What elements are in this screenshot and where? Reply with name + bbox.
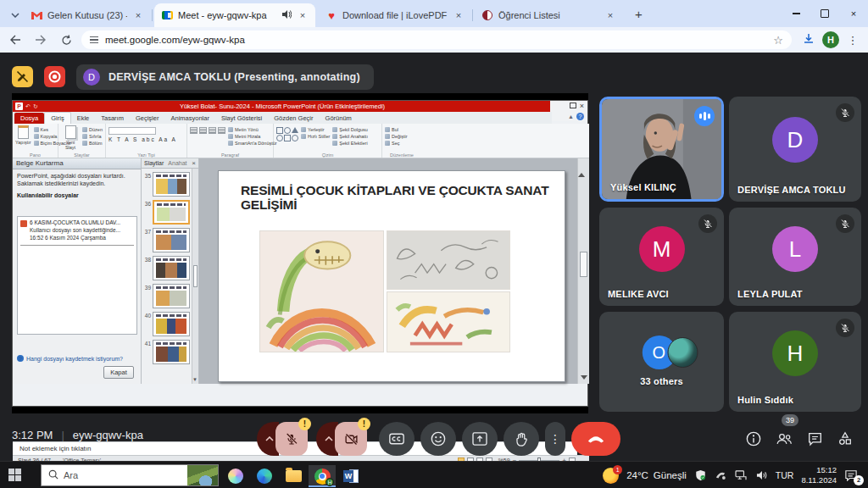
align-text-button[interactable]: Metni Hizala: [228, 134, 277, 139]
present-button[interactable]: [462, 422, 498, 456]
reload-icon[interactable]: [56, 30, 76, 50]
help-icon[interactable]: ?: [576, 113, 584, 120]
shapes-gallery[interactable]: [276, 125, 298, 150]
ribbon-tab-ekle[interactable]: Ekle: [71, 113, 96, 124]
shape-outline-button[interactable]: Şekil Anahattı: [332, 134, 368, 139]
url-bar[interactable]: meet.google.com/eyw-gqwv-kpa ☆: [81, 30, 792, 49]
volume-icon[interactable]: [755, 469, 768, 482]
bookmark-star-icon[interactable]: ☆: [773, 34, 783, 47]
taskbar-explorer-icon[interactable]: [280, 465, 307, 487]
security-shield-icon[interactable]: [694, 469, 707, 482]
window-close-button[interactable]: ×: [839, 0, 868, 27]
new-tab-button[interactable]: +: [631, 6, 647, 22]
slide-thumbnail[interactable]: 37: [142, 228, 192, 252]
tab-slaytlar[interactable]: Slaytlar: [144, 160, 164, 166]
editor-scrollbar[interactable]: [577, 158, 589, 384]
back-icon[interactable]: [5, 30, 25, 50]
more-options-button[interactable]: ⋮: [545, 422, 565, 456]
tab-anahat[interactable]: Anahat: [168, 160, 186, 166]
activities-icon[interactable]: [834, 428, 856, 450]
weather-icon[interactable]: 1: [603, 468, 619, 484]
browser-tab-ogrenci[interactable]: Öğrenci Listesi ×: [475, 3, 623, 27]
search-highlight-image[interactable]: [187, 465, 218, 485]
tab-search-icon[interactable]: [7, 6, 23, 22]
bullets-icon[interactable]: [190, 127, 198, 134]
recovery-help-link[interactable]: ? Hangi dosyayı kaydetmek istiyorum?: [17, 355, 123, 362]
raise-hand-button[interactable]: [504, 422, 539, 456]
taskbar-edge-icon[interactable]: [251, 465, 278, 487]
captions-button[interactable]: [379, 422, 415, 456]
meeting-details-icon[interactable]: [743, 428, 765, 450]
chat-icon[interactable]: [804, 428, 826, 450]
slide-thumbnail[interactable]: 35: [142, 172, 192, 197]
slides-panel-scrollbar[interactable]: ▼: [192, 169, 198, 384]
ribbon-tab-gozden-gecir[interactable]: Gözden Geçir: [268, 113, 319, 124]
arrange-button[interactable]: Yerleştir: [301, 127, 330, 132]
replace-button[interactable]: Değiştir: [385, 134, 408, 139]
shape-effects-button[interactable]: Şekil Efektleri: [332, 141, 368, 146]
participant-tile[interactable]: D DERVİŞE AMCA TOKLU: [729, 97, 861, 202]
ribbon-tab-giris[interactable]: Giriş: [44, 112, 70, 124]
participant-tile-video[interactable]: Yüksel KILINÇ: [599, 97, 724, 202]
paste-button[interactable]: Yapıştır: [15, 125, 31, 150]
participant-tile-others[interactable]: O 33 others: [599, 312, 724, 412]
section-button[interactable]: Bölüm: [82, 141, 103, 146]
ribbon-tab-tasarim[interactable]: Tasarım: [95, 113, 130, 124]
font-select[interactable]: [108, 127, 156, 135]
ribbon-tab-animasyonlar[interactable]: Animasyonlar: [164, 113, 214, 124]
taskbar-chrome-icon[interactable]: H: [309, 465, 336, 487]
indent-icon[interactable]: [209, 127, 216, 134]
align-icon[interactable]: [218, 127, 225, 134]
ribbon-tab-dosya[interactable]: Dosya: [14, 113, 44, 124]
ribbon-tab-gecisler[interactable]: Geçişler: [130, 113, 165, 124]
numbering-icon[interactable]: [199, 127, 207, 134]
browser-tab-ilovepdf[interactable]: ♥ Download file | iLovePDF ×: [319, 3, 471, 27]
taskbar-copilot-icon[interactable]: [222, 465, 249, 487]
taskbar-word-icon[interactable]: W: [337, 465, 364, 487]
current-slide[interactable]: RESİMLİ ÇOCUK KİTAPLARI VE ÇOCUKTA SANAT…: [218, 170, 565, 382]
weather-text[interactable]: 24°C Güneşli: [626, 470, 687, 480]
taskbar-clock[interactable]: 15:12 8.11.2024: [801, 465, 837, 485]
select-button[interactable]: Seç: [385, 141, 408, 146]
slide-thumbnail[interactable]: 38: [142, 256, 192, 280]
reset-button[interactable]: Sıfırla: [82, 134, 103, 139]
tab-close-icon[interactable]: ×: [132, 9, 144, 21]
browser-menu-icon[interactable]: ⋮: [844, 34, 861, 47]
slide-thumbnail[interactable]: 41: [142, 340, 192, 364]
site-settings-icon[interactable]: [90, 36, 98, 43]
slide-thumbnail[interactable]: 39: [142, 284, 192, 308]
tab-audio-icon[interactable]: [282, 10, 292, 20]
start-button[interactable]: [8, 469, 22, 482]
annotation-off-button[interactable]: [12, 66, 33, 87]
slide-thumbnail-selected[interactable]: 36: [142, 200, 192, 225]
forward-icon[interactable]: [31, 30, 51, 50]
notification-center-icon[interactable]: 2: [844, 469, 860, 482]
browser-tab-meet[interactable]: Meet - eyw-gqwv-kpa ×: [154, 3, 315, 27]
tab-close-icon[interactable]: ×: [604, 9, 616, 21]
browser-profile-avatar[interactable]: H: [822, 31, 839, 48]
reactions-button[interactable]: [420, 422, 456, 456]
recording-indicator[interactable]: [44, 66, 65, 87]
people-icon[interactable]: [773, 428, 795, 450]
font-buttons[interactable]: K T A S abc Aa A: [108, 136, 177, 142]
tab-close-icon[interactable]: ×: [297, 9, 309, 21]
ppt-restore-button[interactable]: [570, 103, 576, 108]
window-minimize-button[interactable]: [782, 0, 810, 27]
language-indicator[interactable]: TUR: [776, 470, 794, 480]
ribbon-tab-slayt-gosterisi[interactable]: Slayt Gösterisi: [215, 113, 268, 124]
downloads-icon[interactable]: [798, 33, 819, 47]
panel-close-icon[interactable]: ×: [192, 159, 196, 167]
camera-off-button[interactable]: !: [335, 422, 367, 456]
browser-tab-gmail[interactable]: Gelen Kutusu (23) - hulin.siddik ×: [24, 3, 151, 27]
ribbon-collapse-icon[interactable]: ▲: [568, 114, 574, 119]
recovered-file-item[interactable]: 6 KASIM-ÇOCUKTA OLUMLU DAV... Kullanıcı …: [20, 219, 134, 241]
slide-thumbnail[interactable]: 40: [142, 312, 192, 336]
window-maximize-button[interactable]: [810, 0, 839, 27]
participant-tile[interactable]: H Hulin Sıddık: [729, 312, 861, 412]
layout-button[interactable]: Düzen: [82, 127, 103, 132]
network-icon[interactable]: [735, 469, 748, 482]
quick-styles-button[interactable]: Hızlı Stiller: [301, 134, 330, 139]
ribbon-tab-gorunum[interactable]: Görünüm: [320, 113, 358, 124]
recovery-close-button[interactable]: Kapat: [103, 366, 134, 379]
text-direction-button[interactable]: Metin Yönü: [228, 127, 277, 132]
